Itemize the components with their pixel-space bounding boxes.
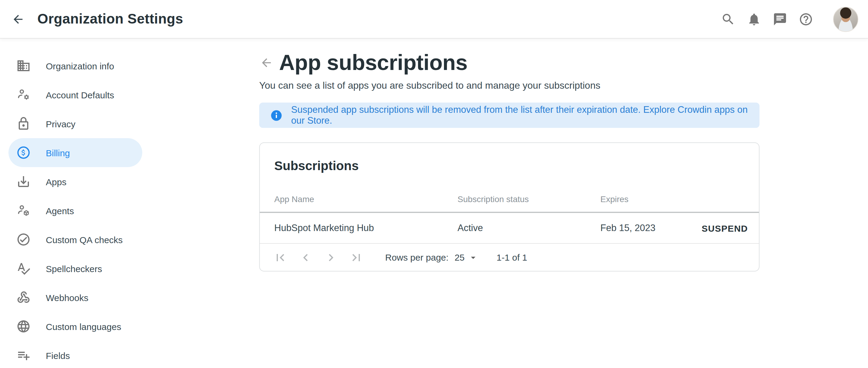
table-pagination: Rows per page: 25 1-1 of 1 (260, 243, 759, 271)
person-cube-icon (16, 203, 31, 218)
user-avatar[interactable] (833, 6, 858, 32)
cell-app-name: HubSpot Marketing Hub (274, 223, 458, 233)
sidebar-item-label: Spellcheckers (46, 263, 102, 274)
download-icon (16, 174, 31, 189)
sidebar-item-billing[interactable]: Billing (8, 138, 142, 167)
heading-row: App subscriptions (259, 51, 760, 75)
back-arrow-icon (11, 12, 25, 26)
column-header-subscription-status: Subscription status (458, 194, 600, 204)
messages-button[interactable] (773, 12, 787, 26)
table-row: HubSpot Marketing Hub Active Feb 15, 202… (260, 212, 759, 243)
notifications-button[interactable] (747, 12, 761, 26)
info-banner-text: Suspended app subscriptions will be remo… (291, 104, 749, 126)
first-page-button[interactable] (273, 250, 287, 264)
rows-per-page-label: Rows per page: (385, 252, 448, 262)
main-content: App subscriptions You can see a list of … (259, 38, 760, 368)
sidebar-item-label: Fields (46, 350, 70, 361)
section-back-button[interactable] (259, 56, 274, 70)
sidebar-item-organization-info[interactable]: Organization info (8, 51, 142, 80)
sidebar-item-label: Billing (46, 147, 70, 158)
back-button[interactable] (6, 7, 30, 31)
person-gear-icon (16, 87, 31, 102)
app-window: Organization Settings (0, 0, 868, 368)
card-title: Subscriptions (274, 158, 744, 174)
lock-icon (16, 116, 31, 131)
globe-icon (16, 319, 31, 334)
sidebar-item-label: Account Defaults (46, 90, 114, 100)
page-title: Organization Settings (37, 11, 183, 27)
table-header-row: App Name Subscription status Expires (260, 187, 759, 212)
last-page-button[interactable] (349, 250, 364, 264)
sidebar-item-label: Webhooks (46, 292, 88, 303)
first-page-icon (273, 250, 287, 264)
check-circle-icon (16, 232, 31, 247)
previous-page-icon (299, 250, 313, 264)
pagination-range: 1-1 of 1 (497, 252, 527, 262)
sidebar-item-fields[interactable]: Fields (8, 341, 142, 368)
topbar-actions (721, 6, 858, 32)
webhook-icon (16, 290, 31, 305)
playlist-add-icon (16, 348, 31, 363)
last-page-icon (349, 250, 364, 264)
rows-per-page-value: 25 (455, 252, 464, 262)
sidebar-item-label: Apps (46, 176, 66, 187)
top-bar: Organization Settings (0, 0, 868, 38)
sidebar-item-custom-languages[interactable]: Custom languages (8, 312, 142, 341)
subscriptions-card: Subscriptions App Name Subscription stat… (259, 142, 760, 272)
sidebar-item-webhooks[interactable]: Webhooks (8, 283, 142, 312)
section-subtitle: You can see a list of apps you are subsc… (259, 79, 760, 93)
sidebar-item-label: Custom languages (46, 321, 121, 332)
help-button[interactable] (799, 12, 813, 26)
page-body: Organization info Account Defaults (0, 38, 868, 368)
previous-page-button[interactable] (299, 250, 313, 264)
sidebar-item-apps[interactable]: Apps (8, 167, 142, 196)
next-page-button[interactable] (324, 250, 338, 264)
next-page-icon (324, 250, 338, 264)
sidebar-item-account-defaults[interactable]: Account Defaults (8, 80, 142, 109)
sidebar-item-agents[interactable]: Agents (8, 196, 142, 225)
sidebar-item-label: Custom QA checks (46, 234, 123, 245)
notifications-bell-icon (747, 12, 761, 26)
sidebar-item-label: Organization info (46, 61, 114, 71)
column-header-expires: Expires (600, 194, 702, 204)
dollar-circle-icon (16, 145, 31, 160)
pagination-controls (273, 250, 364, 264)
sidebar-item-custom-qa-checks[interactable]: Custom QA checks (8, 225, 142, 254)
search-button[interactable] (721, 12, 735, 26)
sidebar-item-privacy[interactable]: Privacy (8, 109, 142, 138)
cell-expires: Feb 15, 2023 (600, 223, 702, 233)
spellcheck-icon (16, 261, 31, 276)
sidebar-item-spellcheckers[interactable]: Spellcheckers (8, 254, 142, 283)
back-arrow-icon (260, 56, 273, 69)
search-icon (721, 12, 735, 26)
rows-per-page-select[interactable]: 25 (455, 252, 478, 263)
section-title: App subscriptions (279, 51, 467, 75)
column-header-app-name: App Name (274, 194, 458, 204)
sidebar: Organization info Account Defaults (0, 38, 157, 368)
info-banner: Suspended app subscriptions will be remo… (259, 103, 760, 128)
sidebar-item-label: Agents (46, 205, 74, 216)
building-icon (16, 58, 31, 73)
suspend-button[interactable]: SUSPEND (702, 223, 748, 233)
info-icon (270, 109, 283, 121)
messages-icon (773, 12, 787, 26)
help-icon (799, 12, 813, 26)
sidebar-item-label: Privacy (46, 118, 75, 129)
chevron-down-icon (465, 252, 478, 263)
cell-subscription-status: Active (458, 223, 600, 233)
